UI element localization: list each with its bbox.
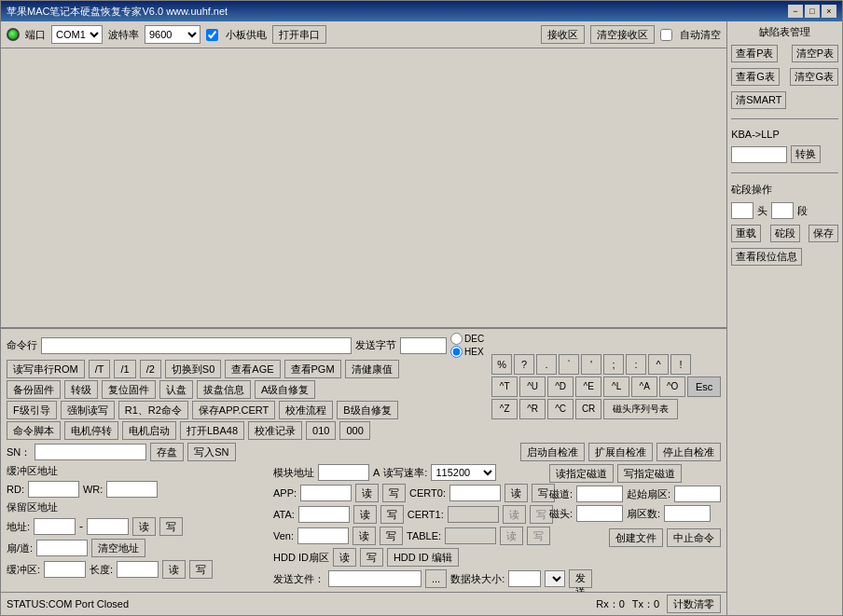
track-input[interactable] <box>576 486 623 502</box>
key-ctrl-l[interactable]: ^L <box>603 376 629 397</box>
receive-area-button[interactable]: 接收区 <box>541 25 585 44</box>
hdd-write-btn[interactable]: 写 <box>360 548 383 567</box>
key-ctrl-e[interactable]: ^E <box>575 376 601 397</box>
kba-input[interactable] <box>731 146 787 163</box>
ata-write-btn[interactable]: 写 <box>380 505 404 524</box>
key-cr[interactable]: CR <box>575 399 601 419</box>
key-dot[interactable]: . <box>536 354 557 375</box>
key-ctrl-c[interactable]: ^C <box>547 399 574 419</box>
save-right-btn[interactable]: 保存 <box>808 225 838 242</box>
create-file-btn[interactable]: 创建文件 <box>609 528 663 547</box>
buf-read-btn[interactable]: 读 <box>162 560 186 579</box>
upgrade-btn[interactable]: 转级 <box>64 380 98 399</box>
read-track-btn[interactable]: 读指定磁道 <box>549 464 614 483</box>
key-semicolon[interactable]: ; <box>603 354 624 375</box>
clear-receive-button[interactable]: 清空接收区 <box>590 25 655 44</box>
reserve-read-btn[interactable]: 读 <box>132 517 156 536</box>
addr-input[interactable] <box>34 518 76 535</box>
open-port-button[interactable]: 打开串口 <box>272 25 326 44</box>
read-serial-rom-btn[interactable]: 读写串行ROM <box>7 360 85 378</box>
ven-input[interactable] <box>297 527 349 544</box>
write-sn-btn[interactable]: 写入SN <box>187 443 235 461</box>
t-btn[interactable]: /T <box>89 360 111 378</box>
reserve-write-btn[interactable]: 写 <box>159 517 183 536</box>
f-level-boot-btn[interactable]: F级引导 <box>7 401 57 419</box>
buf-write-btn[interactable]: 写 <box>189 560 213 579</box>
backup-firmware-btn[interactable]: 备份固件 <box>7 380 61 399</box>
rd-input[interactable] <box>28 481 79 498</box>
calibration-flow-btn[interactable]: 校准流程 <box>279 401 333 419</box>
save-disk-btn[interactable]: 存盘 <box>150 443 184 461</box>
1-btn[interactable]: /1 <box>114 360 135 378</box>
key-caret[interactable]: ^ <box>648 354 669 375</box>
stop-cmd-btn[interactable]: 中止命令 <box>667 528 721 547</box>
port-select[interactable]: COM1 COM2 COM3 <box>51 25 103 44</box>
expand-self-check-btn[interactable]: 扩展自检准 <box>588 443 653 461</box>
maximize-button[interactable]: □ <box>805 5 820 18</box>
ven-write-btn[interactable]: 写 <box>380 527 403 545</box>
key-ctrl-r[interactable]: ^R <box>519 399 546 419</box>
hex-label[interactable]: HEX <box>450 346 484 358</box>
ata-read-btn[interactable]: 读 <box>353 505 377 524</box>
key-percent[interactable]: % <box>491 354 512 375</box>
btn-000[interactable]: 000 <box>339 421 369 440</box>
key-exclaim[interactable]: ! <box>670 354 691 375</box>
board-power-checkbox[interactable] <box>206 29 218 41</box>
key-head-serial-btn[interactable]: 磁头序列号表 <box>603 399 678 419</box>
buffer-input[interactable] <box>44 561 86 578</box>
head-seg-input2[interactable] <box>771 202 794 219</box>
key-question[interactable]: ? <box>514 354 534 375</box>
view-pgm-btn[interactable]: 查看PGM <box>284 360 341 378</box>
save-app-cert-btn[interactable]: 保存APP.CERT <box>192 401 275 419</box>
certo-input[interactable] <box>449 485 501 501</box>
r1r2-cmd-btn[interactable]: R1、R2命令 <box>118 401 188 419</box>
sector-btn[interactable]: 砣段 <box>770 225 800 242</box>
key-ctrl-t[interactable]: ^T <box>491 376 518 397</box>
motor-start-btn[interactable]: 电机启动 <box>122 421 176 440</box>
motor-stop-btn[interactable]: 电机停转 <box>64 421 118 440</box>
send-bytes-input[interactable] <box>400 337 447 354</box>
clear-g-table-btn[interactable]: 清空G表 <box>790 68 838 86</box>
hdd-read-btn[interactable]: 读 <box>333 548 356 567</box>
key-esc[interactable]: Esc <box>687 376 721 397</box>
dec-label[interactable]: DEC <box>450 333 484 345</box>
view-g-table-btn[interactable]: 查看G表 <box>731 68 780 86</box>
speed-select[interactable]: 115200 9600 <box>431 464 496 481</box>
cmd-script-btn[interactable]: 命令脚本 <box>7 421 61 440</box>
view-age-btn[interactable]: 查看AGE <box>225 360 280 378</box>
start-self-check-btn[interactable]: 启动自检准 <box>520 443 585 461</box>
write-track-btn[interactable]: 写指定磁道 <box>617 464 682 483</box>
key-quote[interactable]: ' <box>581 354 601 375</box>
sector-count-input[interactable] <box>664 505 711 522</box>
view-sector-info-btn[interactable]: 查看段位信息 <box>731 248 802 266</box>
app-write-btn[interactable]: 写 <box>382 484 406 502</box>
addr2-input[interactable] <box>87 518 129 535</box>
convert-btn[interactable]: 转换 <box>791 145 821 163</box>
cmd-input[interactable] <box>41 337 352 354</box>
open-lba48-btn[interactable]: 打开LBA48 <box>180 421 244 440</box>
switch-s0-btn[interactable]: 切换到S0 <box>165 360 221 378</box>
ven-read-btn[interactable]: 读 <box>352 527 376 545</box>
stop-self-check-btn[interactable]: 停止自检准 <box>656 443 721 461</box>
browse-btn[interactable]: ... <box>425 569 447 588</box>
key-ctrl-z[interactable]: ^Z <box>491 399 518 419</box>
key-ctrl-u[interactable]: ^U <box>519 376 546 397</box>
btn-010[interactable]: 010 <box>306 421 336 440</box>
head-input[interactable] <box>576 505 623 522</box>
wr-input[interactable] <box>106 481 158 498</box>
view-p-table-btn[interactable]: 查看P表 <box>731 45 778 62</box>
clear-p-table-btn[interactable]: 清空P表 <box>792 45 838 62</box>
key-colon[interactable]: : <box>626 354 646 375</box>
2-btn[interactable]: /2 <box>140 360 161 378</box>
key-ctrl-d[interactable]: ^D <box>547 376 574 397</box>
key-backtick[interactable]: ` <box>559 354 579 375</box>
certo-read-btn[interactable]: 读 <box>504 484 528 502</box>
disk-info-btn[interactable]: 拔盘信息 <box>197 380 251 399</box>
auto-clear-checkbox[interactable] <box>660 29 672 41</box>
key-ctrl-a[interactable]: ^A <box>631 376 657 397</box>
app-input[interactable] <box>300 485 352 501</box>
hdd-id-edit-btn[interactable]: HDD ID 编辑 <box>387 548 459 567</box>
head-seg-input1[interactable] <box>731 202 753 219</box>
identify-disk-btn[interactable]: 认盘 <box>159 380 193 399</box>
clear-health-btn[interactable]: 清健康值 <box>345 360 399 378</box>
